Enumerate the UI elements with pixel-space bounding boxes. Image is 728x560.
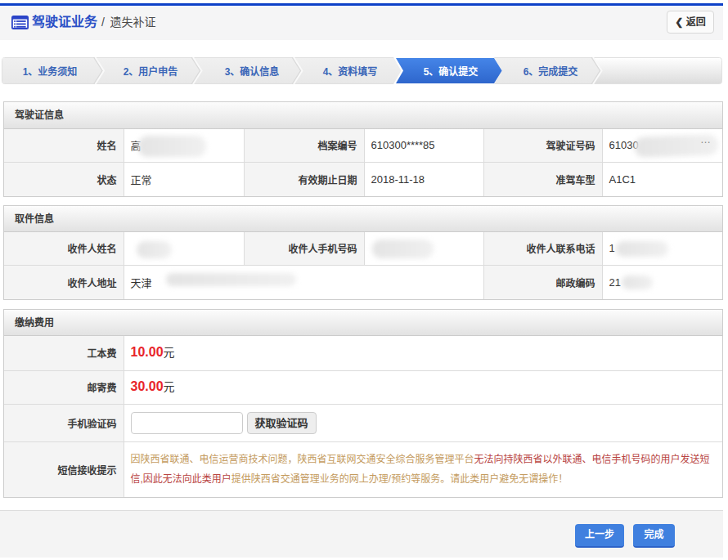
svg-text:1、业务须知: 1、业务须知 <box>23 65 78 78</box>
svg-text:3、确认信息: 3、确认信息 <box>225 65 280 78</box>
svg-text:2、用户申告: 2、用户申告 <box>124 65 178 78</box>
svg-text:6、完成提交: 6、完成提交 <box>524 65 578 78</box>
svg-text:4、资料填写: 4、资料填写 <box>323 65 378 78</box>
svg-text:5、确认提交: 5、确认提交 <box>424 65 479 78</box>
